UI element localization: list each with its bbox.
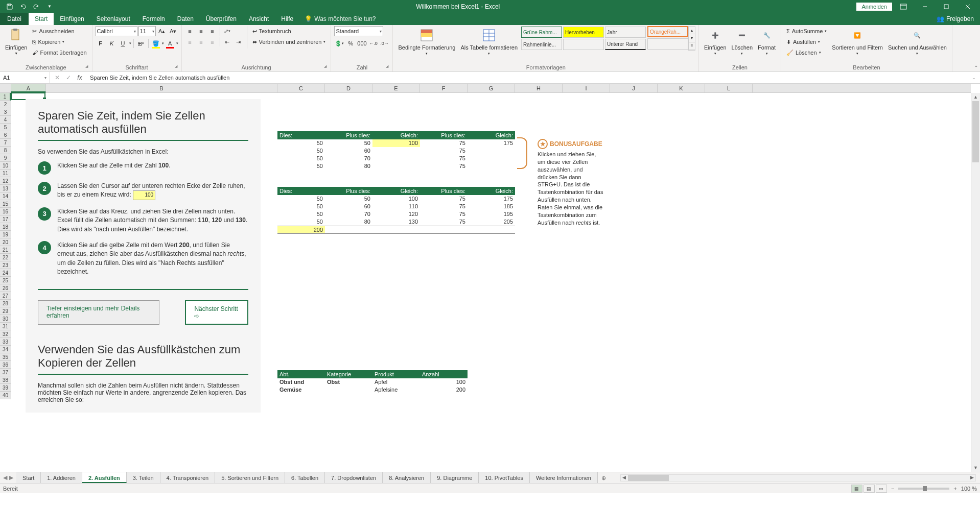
scroll-down-icon[interactable]: ▼ [971, 464, 980, 472]
dive-deeper-button[interactable]: Tiefer einsteigen und mehr Details erfah… [38, 300, 159, 325]
col-header[interactable]: B [46, 84, 277, 92]
row-header[interactable]: 3 [0, 108, 11, 116]
scroll-up-icon[interactable]: ▲ [971, 93, 980, 101]
worksheet-grid[interactable]: A B C D E F G H I J K L 1234567891011121… [0, 84, 980, 472]
enter-icon[interactable]: ✓ [63, 74, 74, 81]
tab-view[interactable]: Ansicht [243, 13, 275, 25]
ribbon-display-icon[interactable] [893, 0, 914, 13]
border-button[interactable]: ⊞▾ [136, 38, 146, 49]
sheet-tab[interactable]: 3. Teilen [127, 472, 160, 483]
page-layout-view-button[interactable]: ▤ [864, 485, 875, 493]
sheet-tab[interactable]: 2. Ausfüllen [82, 472, 127, 483]
row-header[interactable]: 8 [0, 147, 11, 154]
col-header[interactable]: F [420, 84, 468, 92]
italic-button[interactable]: K [107, 38, 117, 49]
row-header[interactable]: 35 [0, 353, 11, 361]
sheet-nav-prev[interactable]: ◀ [3, 474, 7, 481]
increase-decimal-button[interactable]: ←.0 [368, 38, 378, 49]
grow-font-button[interactable]: A▴ [157, 26, 167, 36]
insert-cells-button[interactable]: ➕Einfügen▾ [702, 26, 728, 57]
find-select-button[interactable]: 🔍Suchen und Auswählen▾ [886, 26, 949, 57]
tab-file[interactable]: Datei [0, 13, 29, 25]
number-format-combo[interactable]: Standard▾ [334, 26, 383, 36]
row-header[interactable]: 18 [0, 223, 11, 231]
col-header[interactable]: E [372, 84, 420, 92]
qat-customize-icon[interactable]: ▼ [44, 1, 55, 12]
sheet-tab[interactable]: 7. Dropdownlisten [325, 472, 383, 483]
underline-button[interactable]: U [118, 38, 128, 49]
row-header[interactable]: 17 [0, 215, 11, 223]
cut-button[interactable]: ✂Ausschneiden [30, 26, 88, 36]
format-cells-button[interactable]: 🔧Format▾ [756, 26, 778, 57]
undo-icon[interactable] [17, 1, 29, 12]
tab-insert[interactable]: Einfügen [54, 13, 90, 25]
row-header[interactable]: 21 [0, 246, 11, 254]
sheet-tab[interactable]: Weitere Informationen [530, 472, 598, 483]
row-header[interactable]: 10 [0, 162, 11, 170]
merge-center-button[interactable]: ⬌Verbinden und zentrieren▾ [250, 37, 328, 47]
row-header[interactable]: 20 [0, 238, 11, 246]
sort-filter-button[interactable]: 🔽Sortieren und Filtern▾ [830, 26, 885, 57]
row-header[interactable]: 1 [0, 93, 11, 101]
row-header[interactable]: 24 [0, 269, 11, 277]
col-header[interactable]: G [468, 84, 515, 92]
row-header[interactable]: 9 [0, 154, 11, 162]
row-header[interactable]: 23 [0, 261, 11, 269]
row-header[interactable]: 28 [0, 300, 11, 307]
row-header[interactable]: 4 [0, 116, 11, 124]
col-header[interactable]: D [325, 84, 372, 92]
align-left-button[interactable]: ≡ [185, 37, 195, 47]
font-color-button[interactable]: A [165, 38, 175, 49]
scroll-thumb[interactable] [972, 101, 979, 162]
col-header[interactable]: A [11, 84, 46, 92]
conditional-formatting-button[interactable]: Bedingte Formatierung▾ [396, 26, 457, 57]
row-header[interactable]: 30 [0, 315, 11, 323]
horizontal-scrollbar[interactable]: ◀▶ [620, 474, 976, 481]
percent-button[interactable]: % [345, 38, 356, 49]
row-header[interactable]: 14 [0, 192, 11, 200]
practice-table-3[interactable]: Abt. Kategorie Produkt Anzahl Obst und G… [277, 370, 468, 394]
fx-icon[interactable]: fx [75, 74, 85, 81]
delete-cells-button[interactable]: ➖Löschen▾ [730, 26, 755, 57]
row-header[interactable]: 32 [0, 330, 11, 338]
row-header[interactable]: 2 [0, 101, 11, 108]
orientation-button[interactable]: ⤢▾ [222, 26, 232, 36]
minimize-icon[interactable] [915, 0, 935, 13]
redo-icon[interactable] [31, 1, 42, 12]
new-sheet-button[interactable]: ⊕ [598, 472, 610, 484]
save-icon[interactable] [4, 1, 15, 12]
sheet-tab[interactable]: 9. Diagramme [431, 472, 479, 483]
cell-styles-gallery[interactable]: Grüne Rahm... Hervorheben Jahr Rahmenlin… [521, 26, 646, 51]
decrease-decimal-button[interactable]: .0→ [379, 38, 389, 49]
practice-table-2[interactable]: Dies: Plus dies: Gleich: Plus dies: Glei… [277, 187, 515, 233]
sheet-tab[interactable]: 8. Analysieren [383, 472, 431, 483]
font-name-combo[interactable]: Calibri▾ [96, 26, 137, 36]
practice-table-1[interactable]: Dies: Plus dies: Gleich: Plus dies: Glei… [277, 131, 515, 170]
decrease-indent-button[interactable]: ⇤ [222, 37, 232, 47]
tab-layout[interactable]: Seitenlayout [90, 13, 136, 25]
vertical-scrollbar[interactable]: ▲ ▼ [971, 93, 980, 472]
row-header[interactable]: 27 [0, 292, 11, 300]
row-header[interactable]: 37 [0, 369, 11, 376]
row-header[interactable]: 6 [0, 131, 11, 139]
expand-formula-bar[interactable]: ⌄ [968, 75, 980, 80]
row-header[interactable]: 16 [0, 208, 11, 215]
normal-view-button[interactable]: ▦ [851, 485, 862, 493]
sheet-tab[interactable]: 6. Tabellen [285, 472, 325, 483]
tab-review[interactable]: Überprüfen [200, 13, 243, 25]
row-header[interactable]: 13 [0, 185, 11, 192]
sheet-tab[interactable]: 4. Transponieren [160, 472, 216, 483]
col-header[interactable]: C [277, 84, 325, 92]
col-header[interactable]: J [610, 84, 658, 92]
formula-bar[interactable]: Sparen Sie Zeit, indem Sie Zellen automa… [87, 75, 968, 81]
row-header[interactable]: 34 [0, 346, 11, 353]
autosum-button[interactable]: ΣAutoSumme▾ [784, 26, 829, 36]
collapse-ribbon-button[interactable]: ⌃ [974, 65, 978, 70]
row-header[interactable]: 15 [0, 200, 11, 208]
tab-data[interactable]: Daten [171, 13, 200, 25]
style-gallery-scroll[interactable]: ▴▾≡ [688, 26, 695, 51]
sheet-tab[interactable]: Start [16, 472, 41, 483]
row-header[interactable]: 19 [0, 231, 11, 238]
paste-button[interactable]: Einfügen ▼ [3, 26, 29, 56]
row-header[interactable]: 29 [0, 307, 11, 315]
